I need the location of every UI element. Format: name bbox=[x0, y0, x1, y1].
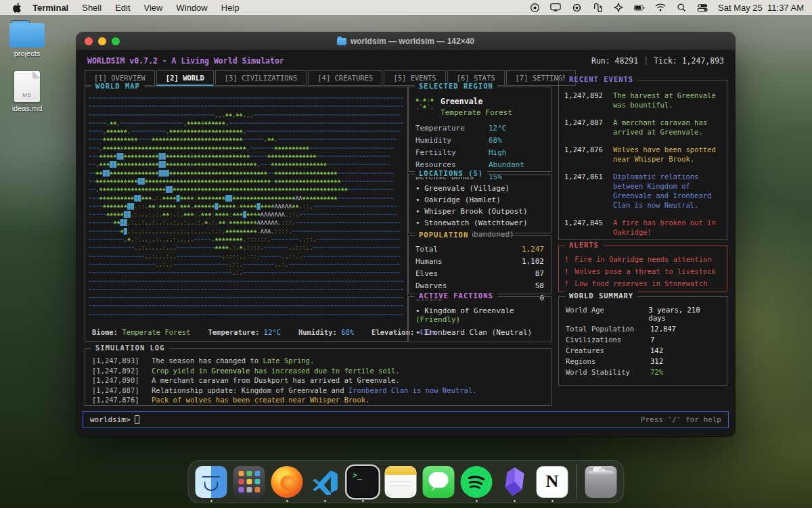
log-line: [1,247,893]The season has changed to Lat… bbox=[92, 356, 544, 366]
firefox-icon bbox=[271, 466, 303, 498]
population-panel: POPULATION Total1,247Humans1,102Elves87D… bbox=[408, 235, 551, 294]
map-status-humidity: Humidity: 68% bbox=[298, 328, 354, 336]
running-indicator bbox=[551, 500, 554, 502]
close-button[interactable] bbox=[85, 37, 93, 45]
zoom-button[interactable] bbox=[112, 37, 120, 45]
window-controls bbox=[85, 37, 120, 45]
location-item: • Whisper Brook (Outpost) bbox=[415, 207, 545, 216]
event-item: 1,247,845A fire has broken out in Oakrid… bbox=[564, 218, 721, 237]
region-stat-row: FertiiltyHigh bbox=[415, 148, 544, 157]
alerts-list: !Fire in Oakridge needs attention!Wolves… bbox=[559, 254, 727, 289]
apple-menu-icon[interactable] bbox=[12, 3, 22, 13]
desktop-icon-projects[interactable]: projects bbox=[1, 20, 53, 57]
obsidian-icon bbox=[499, 466, 531, 498]
recent-events-panel: RECENT EVENTS 1,247,892The harvest at Gr… bbox=[558, 80, 727, 240]
population-row: Elves87 bbox=[415, 269, 544, 278]
tab-civilizations[interactable]: [3] CIVILIZATIONS bbox=[215, 70, 307, 86]
menu-item-shell[interactable]: Shell bbox=[75, 3, 108, 13]
messages-icon bbox=[423, 466, 455, 498]
screen-record-icon[interactable] bbox=[529, 3, 540, 12]
alerts-panel: ALERTS !Fire in Oakridge needs attention… bbox=[558, 246, 727, 292]
menu-item-help[interactable]: Help bbox=[215, 3, 246, 13]
tab-bar: [1] OVERVIEW[2] WORLD[3] CIVILIZATIONS[4… bbox=[85, 70, 577, 86]
dock: >_N bbox=[188, 460, 625, 503]
alert-item: !Wolves pose a threat to livestock bbox=[564, 266, 721, 277]
region-biome-icon: ♠.♠:♠ .'♣'. bbox=[415, 97, 434, 117]
running-indicator bbox=[476, 500, 478, 502]
menu-item-view[interactable]: View bbox=[137, 3, 170, 13]
ascii-world-map[interactable]: ~~~~~~~~~~~~~~~~~~~~~~~~~~~~~~~~~~~~~~~~… bbox=[89, 94, 404, 319]
window-title-bar[interactable]: worldsim — worldsim — 142×40 bbox=[76, 32, 735, 51]
menu-items: TerminalShellEditViewWindowHelp bbox=[26, 3, 246, 13]
world-summary-panel: WORLD SUMMARY World Age3 years, 210 days… bbox=[558, 296, 727, 386]
minimize-button[interactable] bbox=[98, 37, 106, 45]
region-stat-row: Temperature12°C bbox=[415, 124, 544, 133]
dock-item-messages[interactable] bbox=[423, 466, 455, 498]
location-item: • Oakridge (Hamlet) bbox=[415, 195, 545, 204]
dock-item-notion[interactable]: N bbox=[537, 466, 568, 498]
shortcuts-icon[interactable] bbox=[592, 3, 603, 12]
notion-icon: N bbox=[537, 466, 568, 498]
dock-item-spotify[interactable] bbox=[461, 466, 493, 498]
desktop-icon-label: projects bbox=[1, 49, 53, 57]
factions-list: • Kingdom of Greenvale (Friendly)• Ironb… bbox=[409, 306, 551, 337]
tab-creatures[interactable]: [4] CREATURES bbox=[308, 70, 382, 86]
region-biome: Temperate Forest bbox=[441, 108, 512, 117]
faction-item: • Kingdom of Greenvale (Friendly) bbox=[415, 306, 545, 324]
menu-item-terminal[interactable]: Terminal bbox=[26, 3, 75, 13]
menu-bar: TerminalShellEditViewWindowHelp Sat May … bbox=[0, 0, 812, 15]
log-line: [1,247,887]Relationship update: Kingdom … bbox=[92, 386, 544, 396]
dock-item-notes[interactable] bbox=[385, 466, 417, 498]
desktop-icon-label: ideas.md bbox=[1, 104, 53, 112]
dock-item-launchpad[interactable] bbox=[233, 466, 265, 498]
menu-item-edit[interactable]: Edit bbox=[108, 3, 137, 13]
log-line: [1,247,876]Pack of wolves has been creat… bbox=[92, 395, 544, 405]
selected-region-panel: SELECTED REGION ♠.♠:♠ .'♣'. Greenvale Te… bbox=[408, 87, 551, 172]
search-icon[interactable] bbox=[676, 3, 687, 12]
dock-separator bbox=[577, 465, 577, 499]
world-summary-row: Total Population12,847 bbox=[566, 325, 720, 333]
locations-panel: LOCATIONS (5) • Greenvale (Village)• Oak… bbox=[408, 174, 551, 233]
map-status-biome: Biome: Temperate Forest bbox=[92, 328, 190, 336]
event-item: 1,247,861Diplomatic relations between Ki… bbox=[564, 172, 721, 210]
battery-icon[interactable] bbox=[634, 3, 645, 12]
dock-item-finder[interactable] bbox=[196, 466, 227, 498]
world-summary-row: World Age3 years, 210 days bbox=[566, 306, 720, 322]
population-row: Total1,247 bbox=[415, 245, 544, 254]
dock-item-vscode[interactable] bbox=[309, 466, 341, 498]
world-map-panel: WORLD MAP ~~~~~~~~~~~~~~~~~~~~~~~~~~~~~~… bbox=[85, 87, 408, 342]
factions-panel: ACTIVE FACTIONS • Kingdom of Greenvale (… bbox=[408, 296, 551, 342]
tab-world[interactable]: [2] WORLD bbox=[156, 70, 214, 86]
event-item: 1,247,892The harvest at Greenvale was bo… bbox=[564, 91, 721, 110]
control-center-icon[interactable] bbox=[697, 3, 708, 12]
dock-item-terminal[interactable]: >_ bbox=[347, 466, 379, 498]
dock-item-obsidian[interactable] bbox=[499, 466, 531, 498]
world-summary-rows: World Age3 years, 210 daysTotal Populati… bbox=[559, 306, 727, 376]
display-icon[interactable] bbox=[550, 3, 561, 12]
region-stat-row: ResourcesAbundant bbox=[415, 160, 544, 169]
world-summary-title: WORLD SUMMARY bbox=[565, 292, 637, 300]
locations-title: LOCATIONS (5) bbox=[415, 169, 487, 177]
menu-item-window[interactable]: Window bbox=[170, 3, 215, 13]
command-help-hint: Press '/' for help bbox=[641, 415, 721, 424]
location-item: • Stonewatch (Watchtower) bbox=[415, 218, 545, 227]
markdown-file-icon: MD bbox=[14, 71, 40, 102]
wifi-icon[interactable] bbox=[655, 3, 666, 12]
event-item: 1,247,887A merchant caravan has arrived … bbox=[564, 118, 721, 137]
dock-item-firefox[interactable] bbox=[271, 466, 303, 498]
menu-clock[interactable]: Sat May 25 11:37 AM bbox=[718, 3, 804, 13]
population-row: Dwarves58 bbox=[415, 281, 544, 290]
map-status-temperature: Temperature: 12°C bbox=[208, 328, 280, 336]
camera-icon[interactable] bbox=[571, 3, 582, 12]
command-bar[interactable]: worldsim> Press '/' for help bbox=[83, 411, 729, 428]
log-line: [1,247,892]Crop yield in Greenvale has i… bbox=[92, 366, 544, 376]
desktop-icon-ideas-md[interactable]: MD ideas.md bbox=[1, 71, 53, 112]
location-icon[interactable] bbox=[613, 3, 624, 12]
simulation-log-lines: [1,247,893]The season has changed to Lat… bbox=[85, 356, 551, 405]
population-title: POPULATION bbox=[415, 231, 472, 239]
run-tick-info: Run: 48291|Tick: 1,247,893 bbox=[591, 56, 724, 66]
finder-icon bbox=[196, 466, 227, 498]
running-indicator bbox=[324, 500, 326, 502]
recent-events-list: 1,247,892The harvest at Greenvale was bo… bbox=[559, 91, 727, 237]
dock-item-trash[interactable] bbox=[585, 466, 617, 498]
